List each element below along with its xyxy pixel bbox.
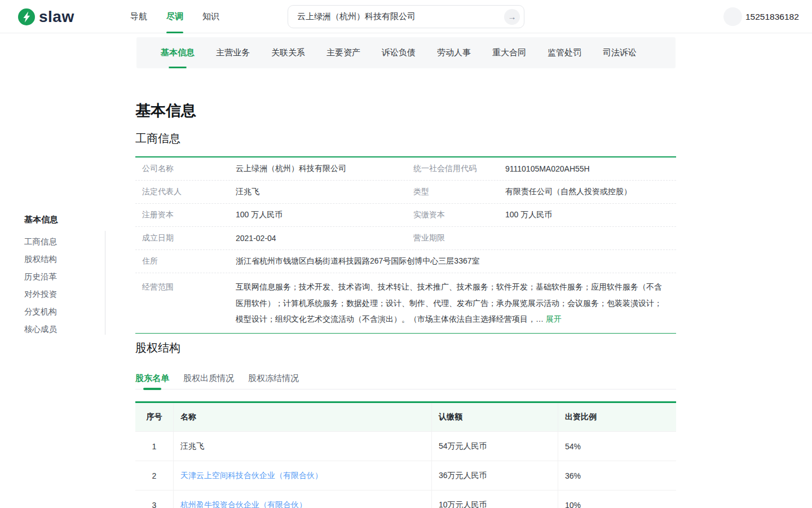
table-row: 1 汪兆飞 54万元人民币 54%	[135, 432, 676, 461]
shareholder-no: 1	[135, 432, 174, 461]
tab-labor-hr[interactable]: 劳动人事	[437, 37, 471, 68]
company-type-value: 有限责任公司（自然人投资或控股）	[505, 187, 676, 197]
field-label: 公司名称	[142, 164, 236, 174]
tab-litigation-liabilities[interactable]: 诉讼负债	[382, 37, 416, 68]
section-tabbar: 基本信息 主营业务 关联关系 主要资产 诉讼负债 劳动人事 重大合同 监管处罚 …	[136, 37, 676, 68]
business-info-section-title: 工商信息	[135, 131, 180, 146]
sidebar-list: 工商信息 股权结构 历史沿革 对外投资 分支机构 核心成员	[24, 233, 103, 338]
paid-in-capital-value: 100 万人民币	[505, 210, 676, 220]
shareholder-name-link[interactable]: 天津云上空间科技合伙企业（有限合伙）	[180, 471, 323, 481]
tab-major-assets[interactable]: 主要资产	[326, 37, 360, 68]
sidebar-item-business-info[interactable]: 工商信息	[24, 233, 103, 251]
shareholder-name-text: 汪兆飞	[180, 441, 204, 452]
table-row: 住所 浙江省杭州市钱塘区白杨街道科技园路267号国际创博中心三层3367室	[135, 250, 676, 273]
tab-main-business[interactable]: 主营业务	[216, 37, 250, 68]
expand-link[interactable]: 展开	[546, 314, 562, 323]
nav-item-knowledge[interactable]: 知识	[193, 0, 229, 33]
shareholder-ratio: 36%	[558, 461, 676, 490]
sidebar-item-key-members[interactable]: 核心成员	[24, 321, 103, 338]
tab-major-contracts[interactable]: 重大合同	[492, 37, 526, 68]
table-row: 2 天津云上空间科技合伙企业（有限合伙） 36万元人民币 36%	[135, 461, 676, 491]
shareholder-amount: 10万元人民币	[432, 491, 558, 508]
shareholders-table: 序号 名称 认缴额 出资比例 1 汪兆飞 54万元人民币 54% 2 天津云上空…	[135, 401, 676, 508]
sidebar-item-history[interactable]: 历史沿革	[24, 268, 103, 286]
col-header-ratio: 出资比例	[558, 403, 676, 431]
sidebar-item-outbound-investment[interactable]: 对外投资	[24, 286, 103, 303]
page-title: 基本信息	[135, 100, 196, 121]
page: slaw 导航 尽调 知识 → 15251836182 基本信息 主营业务 关联…	[0, 0, 812, 508]
company-name-value: 云上绿洲（杭州）科技有限公司	[236, 164, 413, 174]
field-label: 统一社会信用代码	[413, 164, 505, 174]
search-box: →	[288, 5, 524, 28]
app-header: slaw 导航 尽调 知识 → 15251836182	[0, 0, 812, 33]
tab-basic-info[interactable]: 基本信息	[161, 37, 195, 68]
equity-section-title: 股权结构	[135, 340, 180, 356]
col-header-name: 名称	[174, 403, 432, 431]
shareholder-no: 3	[135, 491, 174, 508]
arrow-right-icon: →	[508, 12, 517, 21]
address-value: 浙江省杭州市钱塘区白杨街道科技园路267号国际创博中心三层3367室	[236, 256, 676, 266]
business-scope-text: 互联网信息服务；技术开发、技术咨询、技术转让、技术推广、技术服务；软件开发；基础…	[236, 282, 662, 323]
sidebar-item-branches[interactable]: 分支机构	[24, 303, 103, 321]
tab-shareholder-list[interactable]: 股东名单	[135, 367, 169, 389]
tab-relations[interactable]: 关联关系	[271, 37, 305, 68]
field-label: 注册资本	[142, 210, 236, 220]
equity-tabbar: 股东名单 股权出质情况 股权冻结情况	[135, 367, 676, 389]
search-input[interactable]	[288, 12, 504, 21]
sidebar-title-basic-info[interactable]: 基本信息	[24, 213, 103, 225]
table-row: 3 杭州盈牛投资合伙企业（有限合伙） 10万元人民币 10%	[135, 491, 676, 508]
shareholder-name-link[interactable]: 杭州盈牛投资合伙企业（有限合伙）	[180, 500, 307, 508]
credit-code-value: 91110105MA020AH55H	[505, 164, 676, 173]
user-phone: 15251836182	[745, 0, 799, 33]
shareholder-name: 杭州盈牛投资合伙企业（有限合伙）	[174, 491, 432, 508]
shareholder-name: 天津云上空间科技合伙企业（有限合伙）	[174, 461, 432, 490]
sidebar-item-equity-structure[interactable]: 股权结构	[24, 251, 103, 268]
search-submit-button[interactable]: →	[504, 9, 520, 25]
nav-item-navigation[interactable]: 导航	[121, 0, 157, 33]
tab-equity-pledge[interactable]: 股权出质情况	[183, 367, 234, 389]
table-row: 成立日期 2021-02-04 营业期限	[135, 227, 676, 250]
table-row: 法定代表人 汪兆飞 类型 有限责任公司（自然人投资或控股）	[135, 181, 676, 204]
field-label: 类型	[413, 187, 505, 197]
shareholder-amount: 36万元人民币	[432, 461, 558, 490]
table-header-row: 序号 名称 认缴额 出资比例	[135, 403, 676, 432]
field-label: 成立日期	[142, 233, 236, 243]
shareholder-ratio: 10%	[558, 491, 676, 508]
registered-capital-value: 100 万人民币	[236, 210, 413, 220]
col-header-amount: 认缴额	[432, 403, 558, 431]
table-row: 经营范围 互联网信息服务；技术开发、技术咨询、技术转让、技术推广、技术服务；软件…	[135, 273, 676, 333]
field-label: 经营范围	[142, 279, 236, 295]
field-label: 实缴资本	[413, 210, 505, 220]
logo[interactable]: slaw	[18, 0, 74, 33]
field-label: 营业期限	[413, 233, 505, 243]
business-info-table: 公司名称 云上绿洲（杭州）科技有限公司 统一社会信用代码 91110105MA0…	[135, 156, 676, 334]
shareholder-name: 汪兆飞	[174, 432, 432, 461]
shareholder-amount: 54万元人民币	[432, 432, 558, 461]
legal-rep-value: 汪兆飞	[236, 187, 413, 197]
logo-text: slaw	[39, 8, 74, 25]
avatar[interactable]	[723, 7, 742, 26]
nav-item-due-diligence[interactable]: 尽调	[157, 0, 193, 33]
main-nav: 导航 尽调 知识	[121, 0, 229, 33]
field-label: 住所	[142, 256, 236, 266]
sidebar-divider	[105, 231, 105, 335]
col-header-no: 序号	[135, 403, 174, 431]
establish-date-value: 2021-02-04	[236, 234, 413, 243]
table-row: 注册资本 100 万人民币 实缴资本 100 万人民币	[135, 204, 676, 227]
table-row: 公司名称 云上绿洲（杭州）科技有限公司 统一社会信用代码 91110105MA0…	[135, 157, 676, 181]
sidebar: 基本信息 工商信息 股权结构 历史沿革 对外投资 分支机构 核心成员	[24, 213, 103, 338]
tab-judicial-lawsuits[interactable]: 司法诉讼	[603, 37, 637, 68]
shareholder-no: 2	[135, 461, 174, 490]
business-scope-value: 互联网信息服务；技术开发、技术咨询、技术转让、技术推广、技术服务；软件开发；基础…	[236, 279, 676, 327]
tab-regulatory-penalties[interactable]: 监管处罚	[548, 37, 581, 68]
shareholder-ratio: 54%	[558, 432, 676, 461]
field-label: 法定代表人	[142, 187, 236, 197]
lightning-icon	[18, 8, 35, 25]
tab-equity-freeze[interactable]: 股权冻结情况	[248, 367, 299, 389]
